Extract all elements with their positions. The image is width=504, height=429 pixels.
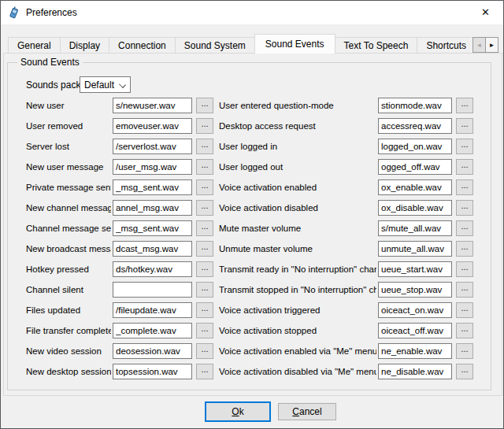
browse-button[interactable]: ... — [456, 179, 473, 195]
sounds-pack-value: Default — [84, 80, 114, 91]
browse-button[interactable]: ... — [196, 118, 213, 134]
sound-file-input[interactable] — [378, 302, 452, 318]
sound-event-label: Unmute master volume — [219, 243, 376, 254]
sound-event-label: User logged out — [219, 161, 376, 172]
browse-button[interactable]: ... — [456, 220, 473, 236]
sound-file-input[interactable] — [113, 98, 192, 113]
close-button[interactable]: ✕ — [468, 1, 503, 24]
tab-scroll-left-button[interactable]: ◄ — [472, 37, 486, 53]
sound-file-input[interactable] — [113, 220, 192, 236]
tab-shortcuts[interactable]: Shortcuts — [417, 37, 476, 53]
sound-event-label: New desktop session — [26, 366, 111, 377]
browse-button[interactable]: ... — [456, 118, 473, 134]
sound-event-label: Hotkey pressed — [26, 264, 111, 275]
browse-button[interactable]: ... — [456, 139, 473, 154]
sound-file-input[interactable] — [378, 220, 452, 236]
tab-connection[interactable]: Connection — [109, 37, 176, 53]
browse-button[interactable]: ... — [456, 261, 473, 277]
sound-file-input[interactable] — [378, 282, 452, 298]
tab-general[interactable]: General — [8, 37, 61, 53]
sound-file-input[interactable] — [378, 241, 452, 257]
sound-event-label: Voice activation disabled — [219, 202, 376, 213]
sound-file-input[interactable] — [378, 200, 452, 216]
sound-file-input[interactable] — [378, 118, 452, 134]
sound-file-input[interactable] — [113, 159, 192, 175]
sound-file-input[interactable] — [378, 364, 452, 379]
browse-button[interactable]: ... — [196, 200, 213, 216]
sound-file-input[interactable] — [378, 98, 452, 113]
browse-button[interactable]: ... — [456, 302, 473, 318]
browse-button[interactable]: ... — [456, 343, 473, 359]
app-icon — [8, 6, 20, 19]
sound-event-label: User logged in — [219, 141, 376, 152]
sound-file-input[interactable] — [113, 282, 192, 298]
sound-file-input[interactable] — [378, 139, 452, 154]
browse-button[interactable]: ... — [196, 323, 213, 338]
browse-button[interactable]: ... — [196, 139, 213, 154]
browse-button[interactable]: ... — [456, 241, 473, 257]
ok-button[interactable]: Ok — [205, 401, 271, 422]
browse-button[interactable]: ... — [456, 159, 473, 175]
sound-file-input[interactable] — [378, 343, 452, 359]
browse-button[interactable]: ... — [456, 364, 473, 379]
browse-button[interactable]: ... — [456, 98, 473, 113]
sound-file-input[interactable] — [113, 302, 192, 318]
sound-event-label: Voice activation disabled via "Me" menu — [219, 366, 376, 377]
tab-sound-events[interactable]: Sound Events — [254, 34, 335, 54]
sound-file-input[interactable] — [113, 200, 192, 216]
sound-file-input[interactable] — [113, 118, 192, 134]
tab-text-to-speech[interactable]: Text To Speech — [335, 37, 418, 53]
group-title: Sound Events — [17, 57, 83, 68]
sound-event-label: Private message sent — [26, 182, 111, 193]
window-title: Preferences — [26, 7, 77, 18]
sound-event-label: New broadcast message — [26, 243, 111, 254]
sound-file-input[interactable] — [113, 261, 192, 277]
sound-event-label: Voice activation triggered — [219, 305, 376, 316]
tab-scroll-right-button[interactable]: ► — [485, 37, 498, 53]
sound-event-label: Transmit ready in "No interruption" chan… — [219, 264, 376, 275]
sound-file-input[interactable] — [378, 179, 452, 195]
browse-button[interactable]: ... — [196, 179, 213, 195]
sound-file-input[interactable] — [113, 179, 192, 195]
sound-file-input[interactable] — [378, 323, 452, 338]
sound-event-label: Transmit stopped in "No interruption" ch… — [219, 284, 376, 295]
sound-file-input[interactable] — [378, 159, 452, 175]
browse-button[interactable]: ... — [196, 282, 213, 298]
browse-button[interactable]: ... — [196, 98, 213, 113]
browse-button[interactable]: ... — [196, 159, 213, 175]
sound-event-label: New channel message — [26, 202, 111, 213]
sound-file-input[interactable] — [113, 241, 192, 257]
chevron-right-icon: ► — [489, 42, 495, 49]
sound-event-label: Mute master volume — [219, 223, 376, 234]
tab-display[interactable]: Display — [60, 37, 109, 53]
browse-button[interactable]: ... — [196, 261, 213, 277]
sound-event-label: Files updated — [26, 305, 111, 316]
sound-event-label: New user — [26, 100, 111, 111]
chevron-down-icon — [119, 81, 126, 88]
browse-button[interactable]: ... — [196, 302, 213, 318]
browse-button[interactable]: ... — [196, 364, 213, 379]
sound-event-label: Channel silent — [26, 284, 111, 295]
browse-button[interactable]: ... — [196, 343, 213, 359]
sound-file-input[interactable] — [113, 323, 192, 338]
sound-event-label: Voice activation stopped — [219, 325, 376, 336]
browse-button[interactable]: ... — [456, 323, 473, 338]
sound-file-input[interactable] — [113, 364, 192, 379]
sound-event-label: Desktop access request — [219, 120, 376, 131]
browse-button[interactable]: ... — [196, 220, 213, 236]
title-bar[interactable]: Preferences ✕ — [1, 1, 503, 24]
cancel-button[interactable]: Cancel — [278, 403, 336, 420]
browse-button[interactable]: ... — [196, 241, 213, 257]
sounds-pack-select[interactable]: Default — [80, 76, 131, 93]
sound-event-label: New video session — [26, 346, 111, 357]
tab-scrollers: ◄ ► — [472, 37, 498, 53]
browse-button[interactable]: ... — [456, 200, 473, 216]
browse-button[interactable]: ... — [456, 282, 473, 298]
chevron-left-icon: ◄ — [476, 42, 483, 49]
sound-file-input[interactable] — [378, 261, 452, 277]
sound-file-input[interactable] — [113, 343, 192, 359]
tab-sound-system[interactable]: Sound System — [175, 37, 255, 53]
sound-file-input[interactable] — [113, 139, 192, 154]
sound-event-label: User removed — [26, 120, 111, 131]
sound-event-label: Server lost — [26, 141, 111, 152]
